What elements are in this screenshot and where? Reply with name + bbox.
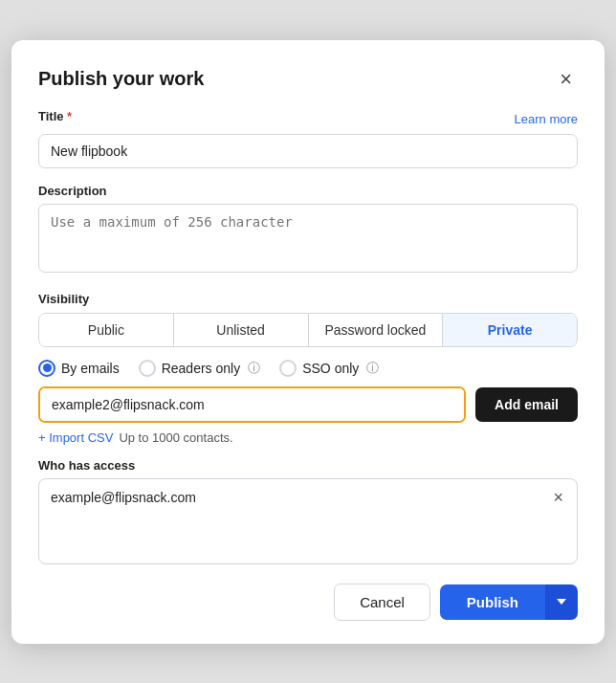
title-label-row: Title * Learn more [38, 109, 578, 129]
publish-dropdown-button[interactable] [545, 584, 578, 620]
radio-by-emails[interactable]: By emails [38, 360, 120, 377]
sso-only-info-icon[interactable]: ⓘ [366, 360, 379, 377]
import-csv-link[interactable]: + Import CSV [38, 430, 113, 445]
learn-more-link[interactable]: Learn more [515, 112, 578, 126]
access-email: example@flipsnack.com [51, 490, 196, 505]
radio-readers-only-circle [139, 360, 156, 377]
access-box: example@flipsnack.com × [38, 478, 578, 564]
readers-only-info-icon[interactable]: ⓘ [248, 360, 260, 377]
email-input-row: Add email [38, 386, 578, 423]
required-star: * [67, 109, 72, 123]
radio-by-emails-label: By emails [61, 361, 120, 376]
radio-readers-only[interactable]: Readers only ⓘ [139, 360, 261, 377]
radio-by-emails-circle [38, 360, 55, 377]
who-has-access-label: Who has access [38, 458, 578, 473]
visibility-section: Visibility Public Unlisted Password lock… [38, 292, 578, 347]
title-label: Title * [38, 109, 72, 123]
modal-overlay: Publish your work × Title * Learn more D… [0, 0, 616, 683]
tab-password-locked[interactable]: Password locked [309, 314, 444, 346]
visibility-label: Visibility [38, 292, 578, 306]
remove-access-button[interactable]: × [551, 489, 565, 506]
tab-public[interactable]: Public [39, 314, 174, 346]
email-input-wrap [38, 386, 466, 423]
email-input[interactable] [40, 388, 464, 421]
modal: Publish your work × Title * Learn more D… [11, 40, 605, 644]
radio-sso-only[interactable]: SSO only ⓘ [279, 360, 379, 377]
tab-unlisted[interactable]: Unlisted [174, 314, 309, 346]
publish-button-wrap: Publish [440, 584, 578, 620]
import-row: + Import CSV Up to 1000 contacts. [38, 430, 578, 445]
access-item: example@flipsnack.com × [51, 489, 565, 506]
tab-private[interactable]: Private [443, 314, 577, 346]
modal-header: Publish your work × [38, 67, 578, 92]
close-button[interactable]: × [554, 67, 578, 92]
modal-footer: Cancel Publish [38, 584, 578, 621]
who-has-access-section: Who has access example@flipsnack.com × [38, 458, 578, 564]
radio-sso-only-circle [279, 360, 297, 377]
cancel-button[interactable]: Cancel [334, 584, 430, 621]
visibility-tabs: Public Unlisted Password locked Private [38, 313, 578, 347]
title-input[interactable] [38, 134, 578, 168]
import-note: Up to 1000 contacts. [119, 430, 232, 445]
radio-readers-only-label: Readers only [162, 361, 241, 376]
modal-title: Publish your work [38, 68, 204, 90]
description-section: Description [38, 184, 578, 276]
description-input[interactable] [38, 204, 578, 273]
chevron-down-icon [557, 599, 566, 605]
add-email-button[interactable]: Add email [475, 387, 578, 422]
access-radio-group: By emails Readers only ⓘ SSO only ⓘ [38, 360, 578, 377]
description-label: Description [38, 184, 578, 198]
radio-sso-only-label: SSO only [302, 361, 359, 376]
publish-button[interactable]: Publish [440, 584, 545, 620]
